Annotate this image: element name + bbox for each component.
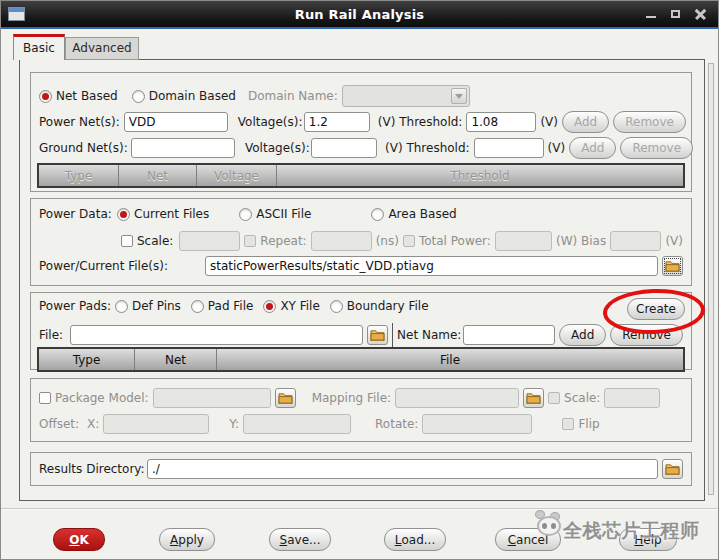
- power-voltage-input[interactable]: [304, 112, 370, 132]
- boundary-file-radio[interactable]: [330, 300, 343, 313]
- vertical-scrollbar[interactable]: [708, 63, 714, 495]
- v-unit-label-2: (V): [548, 141, 566, 155]
- results-browse-button[interactable]: [662, 459, 683, 479]
- rotate-label: Rotate:: [375, 417, 418, 431]
- net-name-input[interactable]: [463, 325, 555, 345]
- footer-separator: [1, 508, 718, 510]
- power-data-label: Power Data:: [39, 207, 113, 221]
- net-table-header: Type Net Voltage Threshold: [37, 163, 685, 188]
- threshold-label-2: (V) Threshold:: [385, 141, 470, 155]
- offset-y-input: [243, 414, 351, 434]
- help-button[interactable]: Help: [619, 528, 677, 551]
- power-current-files-label: Power/Current File(s):: [39, 259, 201, 273]
- ground-remove-button[interactable]: Remove: [620, 137, 693, 159]
- net-based-radio[interactable]: [39, 90, 52, 103]
- pads-file-input[interactable]: [70, 325, 363, 345]
- folder-icon: [278, 392, 293, 404]
- create-button[interactable]: Create: [627, 298, 685, 320]
- def-pins-radio[interactable]: [115, 300, 128, 313]
- col-file: File: [217, 349, 683, 370]
- minimize-icon[interactable]: [646, 16, 656, 18]
- run-rail-analysis-dialog: Run Rail Analysis Basic Advanced Net Bas…: [0, 0, 719, 560]
- folder-icon: [526, 392, 541, 404]
- col-type: Type: [39, 165, 119, 186]
- ground-voltage-input[interactable]: [311, 138, 377, 158]
- repeat-input: [311, 231, 372, 251]
- ascii-file-radio[interactable]: [239, 208, 252, 221]
- chevron-down-icon: [451, 88, 467, 104]
- net-name-label: Net Name:: [397, 328, 459, 342]
- pad-file-label: Pad File: [208, 299, 254, 313]
- ground-nets-label: Ground Net(s):: [39, 141, 127, 155]
- boundary-file-label: Boundary File: [347, 299, 429, 313]
- package-scale-checkbox: [548, 392, 560, 404]
- ground-threshold-input[interactable]: [474, 138, 544, 158]
- voltage-label-2: Voltage(s):: [245, 141, 307, 155]
- title-bar[interactable]: Run Rail Analysis: [1, 1, 718, 29]
- current-files-radio[interactable]: [117, 208, 130, 221]
- voltage-label: Voltage(s):: [238, 115, 300, 129]
- pads-file-browse-button[interactable]: [367, 325, 388, 345]
- window-icon: [8, 7, 25, 21]
- package-model-label: Package Model:: [55, 391, 149, 405]
- close-icon[interactable]: [695, 9, 706, 20]
- divider: [392, 323, 393, 347]
- pads-table-header: Type Net File: [37, 347, 685, 372]
- power-add-button[interactable]: Add: [562, 111, 609, 133]
- scale-checkbox[interactable]: [121, 235, 133, 247]
- power-remove-button[interactable]: Remove: [613, 111, 686, 133]
- domain-name-label: Domain Name:: [248, 89, 338, 103]
- mapping-file-browse-button[interactable]: [523, 388, 544, 408]
- ok-button[interactable]: OK: [53, 528, 105, 551]
- offset-x-input: [103, 414, 209, 434]
- power-threshold-input[interactable]: [466, 112, 536, 132]
- repeat-checkbox: [244, 235, 256, 247]
- xy-file-label: XY File: [280, 299, 319, 313]
- bias-input: [610, 231, 661, 251]
- pads-add-button[interactable]: Add: [559, 324, 606, 346]
- power-pads-label: Power Pads:: [39, 299, 111, 313]
- threshold-label: (V) Threshold:: [378, 115, 463, 129]
- ascii-file-label: ASCII File: [256, 207, 311, 221]
- maximize-icon[interactable]: [671, 10, 680, 18]
- pads-remove-button[interactable]: Remove: [610, 324, 683, 346]
- window-title: Run Rail Analysis: [1, 7, 718, 22]
- basic-tab-panel: Net Based Domain Based Domain Name: Powe…: [19, 59, 705, 501]
- domain-based-radio[interactable]: [132, 90, 145, 103]
- folder-icon: [370, 329, 385, 341]
- col-net: Net: [135, 349, 217, 370]
- folder-icon: [665, 260, 680, 272]
- area-based-radio[interactable]: [371, 208, 384, 221]
- power-data-section: Power Data: Current Files ASCII File Are…: [30, 198, 692, 286]
- col-voltage: Voltage: [197, 165, 277, 186]
- results-directory-label: Results Directory:: [39, 462, 143, 476]
- tab-basic[interactable]: Basic: [13, 34, 65, 60]
- total-power-checkbox: [403, 235, 415, 247]
- domain-name-select: [342, 85, 470, 107]
- pad-file-radio[interactable]: [191, 300, 204, 313]
- package-scale-label: Scale:: [564, 391, 600, 405]
- apply-button[interactable]: Apply: [159, 528, 215, 551]
- power-nets-input[interactable]: [124, 112, 228, 132]
- ground-nets-input[interactable]: [131, 138, 235, 158]
- w-bias-label: (W) Bias: [556, 234, 606, 248]
- results-directory-input[interactable]: [147, 459, 658, 479]
- current-files-label: Current Files: [134, 207, 209, 221]
- power-current-files-input[interactable]: [205, 256, 658, 276]
- package-model-browse-button[interactable]: [275, 388, 296, 408]
- power-file-browse-button[interactable]: [662, 256, 683, 276]
- package-model-checkbox[interactable]: [39, 392, 51, 404]
- scale-label: Scale:: [137, 234, 173, 248]
- offset-label: Offset:: [39, 417, 83, 431]
- v-unit-label: (V): [540, 115, 558, 129]
- load-button[interactable]: Load...: [384, 528, 446, 551]
- save-button[interactable]: Save...: [269, 528, 331, 551]
- y-label: Y:: [229, 417, 239, 431]
- tab-advanced[interactable]: Advanced: [65, 37, 139, 60]
- cancel-button[interactable]: Cancel: [495, 528, 561, 551]
- col-net: Net: [119, 165, 197, 186]
- xy-file-radio[interactable]: [263, 300, 276, 313]
- net-based-label: Net Based: [56, 89, 118, 103]
- ground-add-button[interactable]: Add: [569, 137, 616, 159]
- col-threshold: Threshold: [277, 165, 683, 186]
